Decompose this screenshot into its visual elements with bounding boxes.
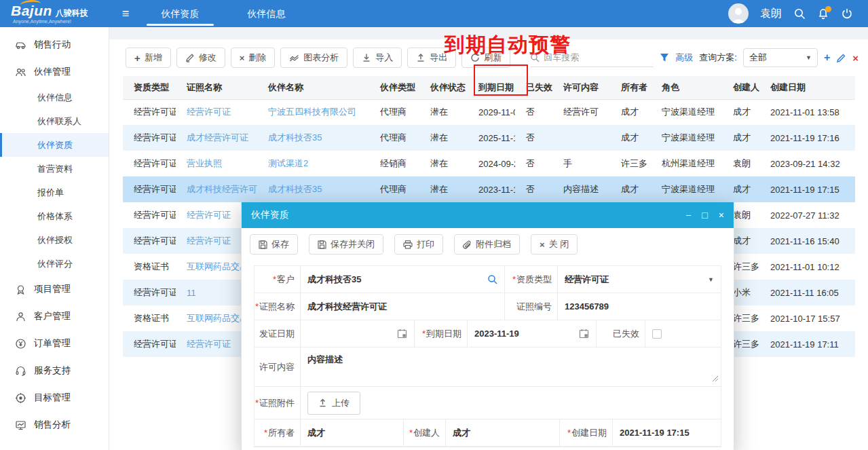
sidebar-item-partner-contacts[interactable]: 伙伴联系人 xyxy=(0,109,109,133)
cert-no-field[interactable]: 123456789 xyxy=(558,293,721,320)
issue-date-field[interactable] xyxy=(301,320,415,347)
sidebar-item-price-system[interactable]: 价格体系 xyxy=(0,204,109,228)
maximize-icon[interactable]: □ xyxy=(702,210,707,220)
print-button[interactable]: 打印 xyxy=(394,234,443,255)
table-cell[interactable]: 营业执照 xyxy=(176,151,257,176)
table-cell: 宁波渠道经理 xyxy=(651,99,722,125)
sidebar-item-quotation[interactable]: 报价单 xyxy=(0,181,109,204)
table-row[interactable]: 经营许可证成才经营许可证成才科技否35代理商潜在2025-11-19否成才宁波渠… xyxy=(123,125,855,151)
invalid-checkbox[interactable] xyxy=(652,329,662,339)
filter-funnel-icon[interactable] xyxy=(660,53,669,62)
sidebar-item-customer-management[interactable]: 客户管理 xyxy=(0,303,109,330)
table-cell: 成才 xyxy=(610,125,651,151)
calendar-icon[interactable] xyxy=(397,329,407,339)
edit-plan-button[interactable] xyxy=(836,53,846,63)
sidebar-item-order-management[interactable]: 订单管理 xyxy=(0,330,109,357)
avatar[interactable] xyxy=(728,3,749,24)
table-row[interactable]: 经营许可证营业执照测试渠道2经销商潜在2024-09-21否手许三多杭州渠道经理… xyxy=(123,151,855,176)
x-icon: × xyxy=(540,240,545,250)
notification-bell-icon[interactable] xyxy=(817,7,829,20)
content-textarea[interactable]: 内容描述 xyxy=(301,348,721,386)
user-name[interactable]: 袁朗 xyxy=(760,7,782,21)
tab-partner-qualification[interactable]: 伙伴资质 xyxy=(137,0,223,27)
column-header[interactable]: 伙伴类型 xyxy=(369,76,419,99)
power-icon[interactable] xyxy=(841,7,853,20)
owner-field[interactable]: 成才 xyxy=(301,419,404,446)
cert-name-field[interactable]: 成才科技经营许可证 xyxy=(301,293,505,320)
column-header[interactable]: 到期日期↓ xyxy=(468,76,515,99)
table-cell[interactable]: 成才科技否35 xyxy=(257,125,369,151)
cert-name-label: *证照名称 xyxy=(254,293,301,320)
menu-toggle-icon[interactable]: ≡ xyxy=(114,7,137,21)
table-cell[interactable]: 成才科技经营许可证 xyxy=(176,176,257,202)
sidebar-item-target-management[interactable]: 目标管理 xyxy=(0,384,109,411)
table-cell[interactable]: 测试渠道2 xyxy=(257,151,369,176)
table-row[interactable]: 经营许可证经营许可证宁波五四科技有限公司代理商潜在2029-11-01否经营许可… xyxy=(123,99,855,125)
table-cell: 2023-11-19 xyxy=(468,176,515,202)
edit-button[interactable]: 修改 xyxy=(176,48,225,68)
import-button[interactable]: 导入 xyxy=(353,48,402,68)
query-plan-select[interactable]: 全部 ▼ xyxy=(743,48,818,67)
column-header[interactable]: 证照名称 xyxy=(176,76,257,99)
column-header[interactable]: 所有者 xyxy=(610,76,651,99)
sidebar-item-sales-action[interactable]: 销售行动 xyxy=(0,31,109,58)
upload-button[interactable]: 上传 xyxy=(307,392,360,415)
column-header[interactable]: 资质类型 xyxy=(123,76,176,99)
column-header[interactable]: 创建人 xyxy=(722,76,759,99)
paperclip-icon xyxy=(463,240,472,249)
add-button[interactable]: +新增 xyxy=(126,48,171,68)
sidebar-item-project-management[interactable]: 项目管理 xyxy=(0,276,109,303)
modal-header: 伙伴资质 − □ × xyxy=(242,202,734,228)
column-header[interactable]: 角色 xyxy=(651,76,722,99)
expire-date-field[interactable]: 2023-11-19 xyxy=(468,320,597,347)
save-button[interactable]: 保存 xyxy=(250,234,298,255)
sidebar-item-partner-qualification[interactable]: 伙伴资质 xyxy=(0,133,109,157)
table-cell: 2021-11-01 10:12 xyxy=(759,254,855,280)
column-header[interactable]: 创建日期 xyxy=(759,76,855,99)
table-cell[interactable]: 成才科技否35 xyxy=(257,176,369,202)
column-header[interactable]: 许可内容 xyxy=(552,76,610,99)
resize-handle[interactable] xyxy=(711,373,718,383)
column-header[interactable]: 伙伴状态 xyxy=(419,76,468,99)
chart-analysis-button[interactable]: 图表分析 xyxy=(280,48,347,68)
close-button[interactable]: ×关 闭 xyxy=(531,234,578,255)
sidebar-item-first-camp-data[interactable]: 首营资料 xyxy=(0,157,109,181)
add-plan-button[interactable]: + xyxy=(824,52,830,63)
creator-field[interactable]: 成才 xyxy=(446,419,560,446)
table-cell: 内容描述 xyxy=(552,176,610,202)
minimize-icon[interactable]: − xyxy=(685,210,691,220)
owner-label: *所有者 xyxy=(254,419,301,446)
table-cell: 成才 xyxy=(610,176,651,202)
upload-icon xyxy=(318,398,327,407)
advanced-search-link[interactable]: 高级 xyxy=(675,52,693,64)
calendar-icon[interactable] xyxy=(579,329,589,339)
tab-partner-info[interactable]: 伙伴信息 xyxy=(223,0,309,27)
sidebar-item-service-support[interactable]: 服务支持 xyxy=(0,357,109,384)
sidebar-item-partner-score[interactable]: 伙伴评分 xyxy=(0,252,109,276)
search-icon[interactable] xyxy=(793,7,806,20)
required-asterisk: * xyxy=(255,301,259,312)
customer-field[interactable]: 成才科技否35 xyxy=(301,266,505,293)
sidebar-item-partner-authorization[interactable]: 伙伴授权 xyxy=(0,228,109,252)
column-header[interactable]: 已失效 xyxy=(515,76,552,99)
table-cell: 经营许可证 xyxy=(123,151,176,176)
save-and-close-button[interactable]: 保存并关闭 xyxy=(309,234,383,255)
column-header[interactable]: 伙伴名称 xyxy=(257,76,369,99)
sidebar-item-partner-info[interactable]: 伙伴信息 xyxy=(0,86,109,109)
attachment-archive-button[interactable]: 附件归档 xyxy=(454,234,520,255)
delete-button[interactable]: ×删除 xyxy=(231,48,276,68)
table-cell: 潜在 xyxy=(419,99,468,125)
qual-type-select[interactable]: 经营许可证 ▼ xyxy=(558,266,721,293)
table-cell[interactable]: 成才经营许可证 xyxy=(176,125,257,151)
table-cell: 经营许可证 xyxy=(123,176,176,202)
table-row[interactable]: 经营许可证成才科技经营许可证成才科技否35代理商潜在2023-11-19否内容描… xyxy=(123,176,855,202)
topbar: Bajun 八骏科技 Anyone,Anytime,Anywhere! ≡ 伙伴… xyxy=(0,0,868,27)
invalid-field xyxy=(645,320,721,347)
sidebar-item-sales-analysis[interactable]: 销售分析 xyxy=(0,411,109,438)
table-cell[interactable]: 宁波五四科技有限公司 xyxy=(257,99,369,125)
close-icon[interactable]: × xyxy=(719,210,724,220)
sidebar-item-partner-management[interactable]: 伙伴管理 xyxy=(0,58,109,86)
table-cell[interactable]: 经营许可证 xyxy=(176,99,257,125)
lookup-search-icon[interactable] xyxy=(487,274,497,284)
delete-plan-button[interactable]: × xyxy=(852,53,858,63)
